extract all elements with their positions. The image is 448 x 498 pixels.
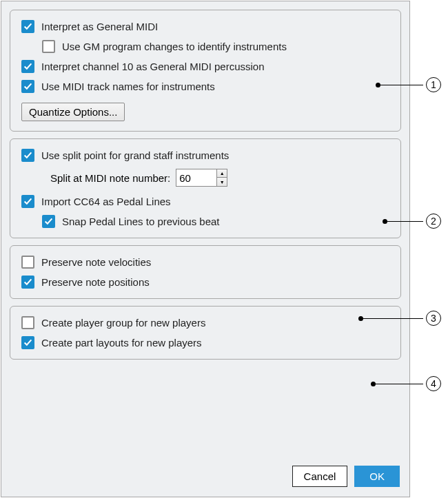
checkbox-midi-track-names[interactable] (21, 80, 34, 93)
checkbox-create-group[interactable] (21, 316, 34, 329)
checkbox-import-cc64[interactable] (21, 195, 34, 208)
label-interpret-gm: Interpret as General MIDI (41, 21, 158, 32)
check-icon (23, 278, 32, 287)
annotation-number: 2 (426, 214, 441, 229)
section-split-pedal: Use split point for grand staff instrume… (10, 138, 401, 238)
check-icon (23, 338, 32, 347)
checkbox-channel10[interactable] (21, 60, 34, 73)
label-create-group: Create player group for new players (41, 317, 205, 329)
check-icon (23, 22, 32, 31)
label-channel10: Interpret channel 10 as General MIDI per… (41, 61, 265, 72)
annotation-number: 4 (426, 376, 441, 391)
spinner-up-button[interactable]: ▲ (217, 169, 227, 178)
check-icon (23, 62, 32, 71)
checkbox-snap-pedal[interactable] (42, 215, 55, 228)
checkbox-preserve-vel[interactable] (21, 256, 34, 269)
label-use-split: Use split point for grand staff instrume… (41, 149, 229, 161)
label-import-cc64: Import CC64 as Pedal Lines (41, 196, 171, 207)
checkbox-use-gm-program[interactable] (42, 40, 55, 53)
annotation-number: 1 (426, 77, 441, 92)
input-split-note[interactable] (176, 169, 217, 187)
check-icon (23, 82, 32, 91)
checkbox-preserve-pos[interactable] (21, 276, 34, 289)
label-preserve-pos: Preserve note positions (41, 276, 150, 288)
quantize-options-button[interactable]: Quantize Options... (21, 103, 125, 121)
dialog-panel: Interpret as General MIDI Use GM program… (1, 1, 410, 497)
cancel-button[interactable]: Cancel (292, 466, 348, 487)
label-snap-pedal: Snap Pedal Lines to previous beat (62, 216, 220, 227)
spinner-split-note: ▲ ▼ (217, 169, 227, 187)
section-players: Create player group for new players Crea… (10, 306, 401, 360)
checkbox-interpret-gm[interactable] (21, 20, 34, 33)
check-icon (23, 151, 32, 160)
label-use-gm-program: Use GM program changes to identify instr… (62, 41, 287, 52)
section-preserve: Preserve note velocities Preserve note p… (10, 245, 401, 299)
spinner-down-button[interactable]: ▼ (217, 178, 227, 186)
check-icon (44, 217, 53, 226)
section-midi-interpretation: Interpret as General MIDI Use GM program… (10, 10, 401, 132)
dialog-buttons: Cancel OK (292, 466, 400, 487)
check-icon (23, 197, 32, 206)
label-split-note: Split at MIDI note number: (50, 172, 170, 184)
label-midi-track-names: Use MIDI track names for instruments (41, 81, 215, 92)
annotation-number: 3 (426, 311, 441, 326)
checkbox-create-parts[interactable] (21, 336, 34, 349)
ok-button[interactable]: OK (354, 466, 400, 487)
checkbox-use-split[interactable] (21, 149, 34, 162)
label-preserve-vel: Preserve note velocities (41, 256, 151, 268)
label-create-parts: Create part layouts for new players (41, 337, 202, 349)
